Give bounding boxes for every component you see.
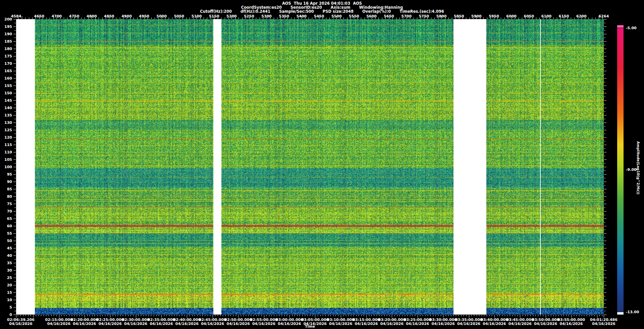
time-axis-tick: [561, 315, 561, 316]
time-axis-date-label: 04/16/2026: [99, 322, 122, 326]
freq-axis-tick-right: [604, 156, 605, 156]
header-params-row2: Cutoff(Hz):200df(Hz):0.2441Sample/Sec:50…: [0, 9, 644, 14]
time-axis-tick: [300, 315, 300, 316]
freq-axis-tick: [13, 233, 16, 234]
top-axis-tick: [228, 17, 228, 19]
freq-axis-tick: [14, 281, 16, 282]
top-axis-tick: [169, 17, 169, 19]
freq-axis-label: 200: [1, 17, 12, 21]
time-axis-tick: [359, 315, 359, 316]
freq-axis-tick-right: [604, 296, 605, 296]
time-axis-tick: [243, 315, 244, 316]
freq-axis-label: 170: [1, 61, 12, 66]
time-axis-tick: [348, 315, 349, 316]
freq-axis-label: 95: [1, 172, 12, 177]
header-param: Cutoff(Hz):200: [200, 9, 232, 14]
freq-axis-tick: [14, 178, 16, 178]
freq-axis-tick-right: [604, 237, 605, 237]
top-axis-tick: [519, 17, 519, 19]
time-axis-tick: [446, 315, 446, 316]
time-axis-tick: [441, 315, 441, 316]
freq-axis-tick-right: [604, 281, 605, 282]
time-axis-tick: [85, 315, 85, 318]
top-axis-tick: [246, 17, 246, 19]
freq-axis-label: 165: [1, 69, 12, 73]
time-axis-tick: [604, 315, 604, 318]
time-axis-tick: [415, 315, 415, 316]
time-axis-tick: [518, 315, 518, 316]
time-axis-tick: [271, 315, 272, 316]
freq-axis-label: 115: [1, 143, 12, 147]
freq-axis-tick-right: [604, 60, 605, 60]
time-axis-tick: [269, 315, 269, 316]
time-axis-date-label: 04/16/2026: [380, 322, 404, 326]
freq-axis-tick: [14, 303, 16, 304]
freq-axis-label: 30: [1, 268, 12, 273]
freq-axis-tick: [13, 211, 16, 211]
time-axis-tick: [77, 315, 77, 316]
time-axis-tick: [569, 315, 569, 316]
time-axis-tick: [125, 315, 126, 316]
freq-axis-tick: [14, 141, 16, 141]
time-axis-tick: [335, 315, 336, 316]
freq-axis-tick-right: [604, 119, 605, 119]
time-axis-tick: [520, 315, 520, 318]
top-axis-tick: [336, 16, 337, 19]
top-axis-tick: [508, 17, 508, 19]
freq-axis-tick: [13, 100, 16, 101]
freq-axis-label: 50: [1, 239, 12, 243]
top-axis-tick: [512, 16, 512, 19]
freq-axis-tick: [14, 185, 16, 186]
time-axis-tick: [313, 315, 313, 316]
freq-axis-label: 125: [1, 128, 12, 132]
time-axis-tick: [97, 315, 98, 316]
top-axis-tick: [144, 16, 145, 19]
freq-axis-label: 155: [1, 84, 12, 88]
freq-axis-label: 180: [1, 47, 12, 51]
top-axis-tick: [253, 17, 253, 19]
freq-axis-tick-right: [604, 193, 605, 193]
time-axis-tick: [323, 315, 323, 316]
time-axis-tick: [574, 315, 574, 316]
top-axis-tick: [581, 16, 582, 19]
top-axis-tick: [361, 17, 361, 19]
time-axis-tick: [187, 315, 187, 318]
time-axis-tick: [364, 315, 364, 316]
time-axis-tick: [510, 315, 510, 316]
time-axis-tick: [141, 315, 141, 316]
time-axis-date-label: 04/16/2026: [559, 322, 583, 326]
top-axis-tick: [36, 17, 36, 19]
top-axis-tick: [438, 17, 438, 19]
freq-axis-label: 120: [1, 135, 12, 140]
time-axis-tick: [366, 315, 367, 318]
freq-axis-label: 70: [1, 209, 12, 214]
freq-axis-tick: [14, 67, 16, 67]
freq-axis-tick-right: [604, 200, 605, 200]
top-axis-tick: [326, 17, 326, 19]
spectrogram-plot[interactable]: [16, 19, 604, 315]
time-axis-date-label: 04/16/2026: [483, 322, 506, 326]
time-axis-tick: [341, 315, 341, 318]
time-axis-tick: [95, 315, 95, 316]
time-axis-tick: [236, 315, 236, 316]
time-axis-tick: [46, 315, 46, 316]
freq-axis-tick-right: [604, 244, 605, 245]
time-axis-tick: [64, 315, 64, 316]
top-axis-tick: [25, 17, 25, 19]
top-axis-tick: [127, 16, 127, 19]
time-axis-tick: [118, 315, 118, 316]
top-axis-tick: [179, 16, 179, 19]
freq-axis-label: 20: [1, 283, 12, 287]
top-axis-tick: [193, 17, 194, 19]
top-axis-tick: [274, 17, 274, 19]
freq-axis-tick: [14, 244, 16, 245]
freq-axis-tick: [14, 156, 16, 156]
freq-axis-tick: [14, 237, 16, 237]
time-axis-tick: [479, 315, 479, 316]
top-axis-tick: [403, 17, 403, 19]
time-axis-tick: [387, 315, 387, 316]
time-axis-tick: [208, 315, 208, 316]
freq-axis-tick-right: [604, 100, 606, 101]
time-axis-tick: [164, 315, 164, 316]
top-axis-tick: [568, 17, 568, 19]
